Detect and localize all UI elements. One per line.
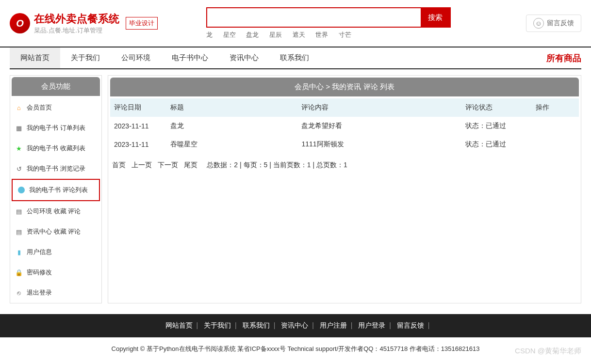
sidebar-item-label: 密码修改 (27, 268, 52, 277)
sidebar-item-home[interactable]: ⌂ 会员首页 (10, 97, 101, 118)
nav-ebook[interactable]: 电子书中心 (161, 47, 219, 68)
nav-bar: 网站首页 关于我们 公司环境 电子书中心 资讯中心 联系我们 所有商品 (0, 47, 591, 68)
sidebar-item-favorites[interactable]: ★ 我的电子书 收藏列表 (10, 138, 101, 158)
exit-icon: ⎋ (15, 289, 23, 297)
sidebar-item-history[interactable]: ↺ 我的电子书 浏览记录 (10, 158, 101, 179)
page-prev[interactable]: 上一页 (131, 161, 152, 169)
pagination: 首页 上一页 下一页 尾页 总数据：2 | 每页：5 | 当前页数：1 | 总页… (110, 154, 579, 177)
search-button[interactable]: 搜索 (421, 8, 450, 27)
hot-tag[interactable]: 星辰 (269, 31, 282, 38)
doc-icon: ▤ (15, 207, 23, 215)
sidebar-item-label: 我的电子书 订单列表 (27, 124, 85, 132)
nav-news[interactable]: 资讯中心 (219, 47, 269, 68)
hot-tags: 龙 星空 盘龙 星辰 遮天 世界 寸芒 (206, 31, 451, 39)
footer-link[interactable]: 关于我们 (204, 321, 231, 329)
footer-link[interactable]: 用户登录 (358, 321, 385, 329)
sidebar-item-env[interactable]: ▤ 公司环境 收藏 评论 (10, 201, 101, 222)
col-action: 操作 (532, 98, 579, 117)
sidebar-item-label: 公司环境 收藏 评论 (27, 207, 81, 216)
logo-icon: O (10, 13, 30, 33)
cell-date: 2023-11-11 (110, 135, 166, 154)
footer: 网站首页| 关于我们| 联系我们| 资讯中心| 用户注册| 用户登录| 留言反馈… (0, 314, 591, 337)
col-content: 评论内容 (297, 98, 461, 117)
copyright-text: Copyright © 基于Python在线电子书阅读系统 某省ICP备xxxx… (112, 345, 480, 352)
sidebar-item-label: 用户信息 (27, 248, 52, 256)
cell-date: 2023-11-11 (110, 117, 166, 135)
hot-tag[interactable]: 龙 (206, 31, 213, 38)
cell-title: 盘龙 (166, 117, 297, 135)
feedback-button[interactable]: ☺ 留言反馈 (526, 15, 581, 32)
col-status: 评论状态 (461, 98, 532, 117)
search-input[interactable] (207, 8, 421, 27)
sidebar-item-news[interactable]: ▤ 资讯中心 收藏 评论 (10, 222, 101, 242)
cell-content: 1111阿斯顿发 (297, 135, 461, 154)
nav-home[interactable]: 网站首页 (10, 47, 60, 68)
copyright: Copyright © 基于Python在线电子书阅读系统 某省ICP备xxxx… (0, 337, 591, 361)
cell-action (532, 135, 579, 154)
logo-subtitle: 菜品.点餐.地址.订单管理 (34, 26, 119, 35)
page-next[interactable]: 下一页 (158, 161, 178, 169)
nav-contact[interactable]: 联系我们 (269, 47, 320, 68)
footer-link[interactable]: 资讯中心 (281, 321, 308, 329)
footer-link[interactable]: 用户注册 (320, 321, 347, 329)
sidebar-item-comments[interactable]: 我的电子书 评论列表 (12, 179, 100, 201)
comments-table: 评论日期 标题 评论内容 评论状态 操作 2023-11-11 盘龙 盘龙希望好… (110, 98, 579, 154)
user-icon: ▮ (15, 248, 23, 256)
sidebar-item-label: 会员首页 (27, 103, 52, 112)
sidebar-item-label: 我的电子书 评论列表 (29, 186, 88, 194)
hot-tag[interactable]: 星空 (223, 31, 236, 38)
headset-icon: ☺ (533, 18, 544, 29)
sidebar-title: 会员功能 (12, 77, 100, 96)
footer-link[interactable]: 留言反馈 (397, 321, 424, 329)
sidebar-item-logout[interactable]: ⎋ 退出登录 (10, 283, 101, 303)
feedback-label: 留言反馈 (547, 19, 574, 28)
page-info: 总数据：2 | 每页：5 | 当前页数：1 | 总页数：1 (207, 161, 347, 169)
cell-status: 状态：已通过 (461, 135, 532, 154)
watermark: CSDN @黄菊华老师 (515, 347, 581, 356)
lock-icon: 🔒 (15, 269, 23, 276)
home-icon: ⌂ (15, 104, 23, 111)
nav-about[interactable]: 关于我们 (60, 47, 111, 68)
star-icon: ★ (15, 144, 23, 152)
clock-icon: ↺ (15, 165, 23, 173)
sidebar-item-label: 我的电子书 收藏列表 (27, 144, 85, 153)
page-first[interactable]: 首页 (112, 161, 126, 169)
cell-content: 盘龙希望好看 (297, 117, 461, 135)
hot-tag[interactable]: 盘龙 (246, 31, 259, 38)
col-title: 标题 (166, 98, 297, 117)
comment-icon (17, 186, 25, 194)
col-date: 评论日期 (110, 98, 166, 117)
hot-tag[interactable]: 世界 (315, 31, 328, 38)
table-row: 2023-11-11 吞噬星空 1111阿斯顿发 状态：已通过 (110, 135, 579, 154)
table-row: 2023-11-11 盘龙 盘龙希望好看 状态：已通过 (110, 117, 579, 135)
footer-link[interactable]: 网站首页 (165, 321, 193, 329)
grid-icon: ▦ (15, 124, 23, 132)
sidebar-item-orders[interactable]: ▦ 我的电子书 订单列表 (10, 118, 101, 138)
breadcrumb: 会员中心 > 我的资讯 评论 列表 (110, 78, 579, 96)
nav-all-products[interactable]: 所有商品 (546, 52, 581, 64)
doc-icon: ▤ (15, 228, 23, 236)
content-panel: 会员中心 > 我的资讯 评论 列表 评论日期 标题 评论内容 评论状态 操作 2… (108, 75, 581, 303)
cell-action (532, 117, 579, 135)
cell-title: 吞噬星空 (166, 135, 297, 154)
sidebar-item-password[interactable]: 🔒 密码修改 (10, 262, 101, 283)
sidebar-item-user[interactable]: ▮ 用户信息 (10, 242, 101, 262)
logo-title: 在线外卖点餐系统 (34, 12, 119, 26)
search-box: 搜索 (206, 7, 451, 28)
sidebar-item-label: 资讯中心 收藏 评论 (27, 227, 81, 236)
sidebar-item-label: 退出登录 (27, 288, 52, 297)
footer-link[interactable]: 联系我们 (243, 321, 270, 329)
nav-environment[interactable]: 公司环境 (111, 47, 161, 68)
logo-badge: 毕业设计 (126, 17, 158, 30)
hot-tag[interactable]: 遮天 (293, 31, 305, 38)
hot-tag[interactable]: 寸芒 (339, 31, 351, 38)
sidebar: 会员功能 ⌂ 会员首页 ▦ 我的电子书 订单列表 ★ 我的电子书 收藏列表 ↺ … (10, 75, 102, 303)
logo-area: O 在线外卖点餐系统 菜品.点餐.地址.订单管理 毕业设计 (10, 12, 158, 35)
sidebar-item-label: 我的电子书 浏览记录 (27, 164, 85, 173)
cell-status: 状态：已通过 (461, 117, 532, 135)
page-last[interactable]: 尾页 (184, 161, 197, 169)
